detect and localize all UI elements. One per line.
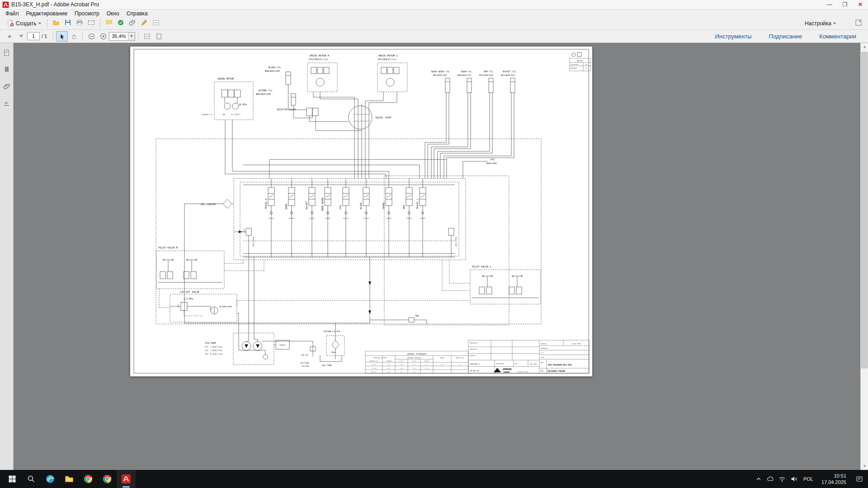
page-thumbnails-button[interactable] [1,47,12,58]
diagram-label: MACHINING (CUTTING) [373,357,387,359]
workspace: SWING MOTOR10 MPa(RIGHT) ADRB (LEFT)DRIV… [0,43,868,470]
menu-edit[interactable]: Редактирование [23,9,71,18]
print-button[interactable] [74,19,85,29]
open-button[interactable] [50,19,62,29]
menu-window[interactable]: Окно [103,9,123,18]
email-button[interactable] [85,19,97,29]
language-indicator[interactable]: POL [800,476,817,482]
hand-tool-button[interactable] [68,31,80,42]
menubar: Файл Редактирование Просмотр Окно Справк… [0,9,868,18]
create-pdf-icon [7,19,14,28]
attach-button[interactable] [127,19,138,29]
taskbar-acrobat-button[interactable] [117,470,136,488]
settings-button[interactable]: Настройка [803,19,850,29]
signatures-button[interactable] [1,98,12,108]
diagram-label: Q.TY [541,352,544,354]
diagram-label: FILTER [302,365,309,367]
close-button[interactable]: ✕ [853,0,868,9]
attachments-button[interactable] [1,81,12,92]
diagram-label: SCALE FREE [572,343,580,345]
page-number-input[interactable] [27,32,40,40]
diagram-label: 233/464cm³/rev [377,58,396,61]
tray-chevron-button[interactable] [753,470,764,488]
diagram-label: CALCULATED [571,64,579,66]
tray-network-button[interactable] [776,470,788,488]
tab-tools[interactable]: Инструменты [715,33,751,40]
signature-icon [152,19,160,28]
toolbar-expand-button[interactable] [853,19,864,29]
pilot-valve-r-symbol [158,259,264,283]
ammann-logo-triangle [494,368,501,372]
taskbar-browser2-button[interactable] [98,470,117,488]
vertical-scrollbar[interactable]: ▲ ▼ [860,43,868,470]
diagram-label: MATERIAL [541,343,547,345]
save-button[interactable] [62,19,74,29]
search-button[interactable] [22,470,41,488]
bookmarks-button[interactable] [1,64,12,75]
signature-button[interactable] [150,19,162,29]
restore-button[interactable]: ❐ [837,0,853,9]
menu-help[interactable]: Справка [123,9,151,18]
drive-motor-r-symbol [311,67,358,99]
diagram-label: HYD.PUMP [205,342,216,344]
clock-date: 17.04.2025 [821,479,846,485]
diagram-label: BUCKET CYL. [503,70,517,73]
menu-file[interactable]: Файл [2,9,23,18]
diagram-label: DRAWN BY [470,355,476,357]
scroll-up-arrow[interactable]: ▲ [861,43,868,51]
title-block [468,340,590,373]
attachment-cylinders [243,78,515,178]
swivel-joint-symbol [349,97,372,178]
diagram-label: REVISION NO. [496,363,505,365]
select-tool-button[interactable] [56,31,68,42]
create-button[interactable]: Создать [4,19,44,29]
zoom-level-select[interactable]: 35,4% [109,32,135,41]
diagram-label: MEASURED [571,67,577,69]
taskbar-clock[interactable]: 10:51 17.04.2025 [817,473,851,485]
tray-volume-button[interactable] [788,470,800,488]
zoom-in-button[interactable] [97,31,109,42]
minimize-button[interactable]: — [822,0,837,9]
diagram-label: UP TO 6 [372,364,376,366]
taskbar-edge-button[interactable] [41,470,60,488]
fit-page-button[interactable] [153,31,165,42]
diagram-label: Ø55×Ø30×430 [479,74,493,76]
diagram-label: HYD.DIAGRAM B15-3EX [548,364,572,366]
folder-open-icon [52,19,60,28]
tab-comments[interactable]: Комментарии [819,33,856,40]
zoom-out-button[interactable] [85,31,97,42]
diagram-label: TECHNICAL OFFICE [517,371,528,373]
tab-sign[interactable]: Подписание [769,33,802,40]
extend-cylinder-symbol [291,94,312,118]
diagram-label: OVER 30 [425,361,429,362]
document-area: SWING MOTOR10 MPa(RIGHT) ADRB (LEFT)DRIV… [14,43,860,470]
diagram-label: PTO [339,205,342,209]
taskbar-chrome-button[interactable] [79,470,98,488]
comment-button[interactable] [103,19,115,29]
chevron-down-icon [833,23,836,24]
diagram-label: 20.5 MPa [252,237,255,246]
chevron-up-icon [755,476,762,482]
system-tray: POL 10:51 17.04.2025 [753,470,868,488]
taskbar-explorer-button[interactable] [60,470,79,488]
scroll-down-arrow[interactable]: ▼ [861,462,868,470]
start-button[interactable] [3,470,22,488]
diagram-label: TRAVEL R [264,198,267,209]
diagram-labels: SWING MOTOR10 MPa(RIGHT) ADRB (LEFT)DRIV… [158,54,587,373]
diagram-label: ± 1.0 [425,364,429,366]
scrollbar-thumb[interactable] [861,52,868,368]
diagram-label: YANMAR [503,371,510,373]
tray-cloud-button[interactable] [764,470,776,488]
fit-width-icon [144,33,151,40]
paperclip-icon [129,19,136,28]
previous-page-button[interactable] [4,31,15,42]
next-page-button[interactable] [15,31,27,42]
markup-pen-button[interactable] [138,19,150,29]
approve-stamp-button[interactable] [115,19,127,29]
fit-width-button[interactable] [141,31,153,42]
diagram-label: ± 0.7 [400,371,404,373]
menu-view[interactable]: Просмотр [71,9,103,18]
diagram-label: DRIVE MOTOR L [378,54,398,57]
diagram-label: AMMANN [502,368,512,371]
action-center-button[interactable] [851,470,868,488]
